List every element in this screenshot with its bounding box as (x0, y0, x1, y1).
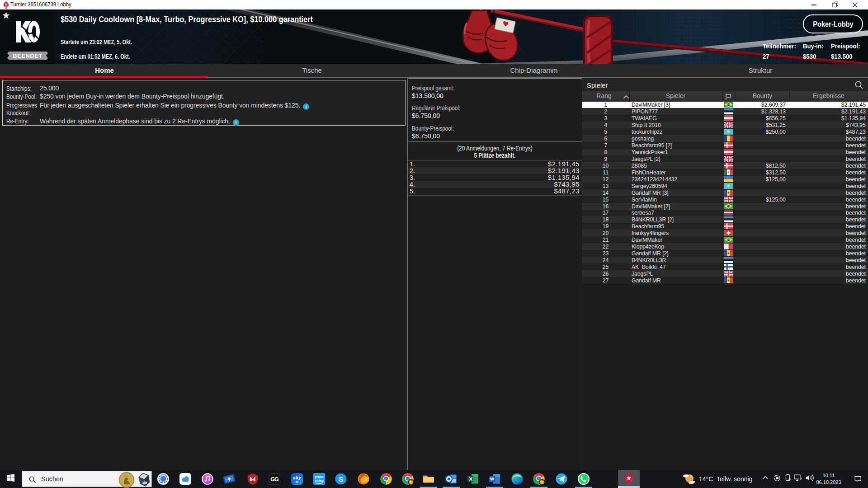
svg-text:video: video (315, 479, 324, 483)
svg-text:sky: sky (293, 475, 302, 480)
svg-text:S: S (410, 480, 412, 484)
svg-text:S: S (339, 475, 343, 483)
svg-text:GG: GG (270, 476, 278, 483)
svg-text:S: S (541, 480, 543, 484)
